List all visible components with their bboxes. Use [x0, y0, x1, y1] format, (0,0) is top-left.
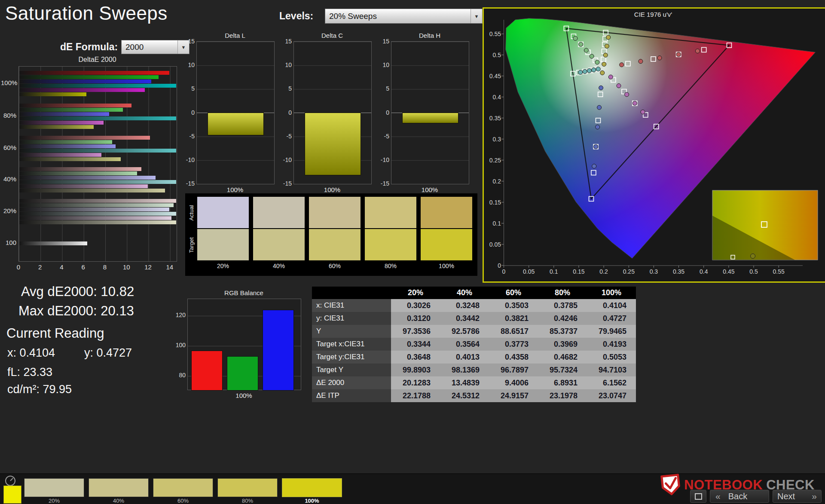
cie-measured-blue [592, 164, 596, 168]
cie-measured-yellow [606, 35, 611, 40]
table-column-header: 40% [440, 287, 489, 299]
cie-y-tick-label: 0.4 [493, 94, 501, 101]
cie-measured-green [573, 36, 578, 40]
cie-measured-red [695, 49, 700, 53]
table-cell: 0.4013 [440, 351, 489, 363]
delta-h-title: Delta H [391, 32, 468, 39]
saturation-tab-100%[interactable]: 100% [282, 478, 342, 504]
delta-y-label: -15 [373, 180, 389, 187]
deltae-bar [19, 241, 87, 245]
cie-x-tick-label: 0.2 [599, 268, 608, 275]
cie-y-tick-label: 0.5 [493, 52, 501, 58]
rgb-bar-red [191, 351, 223, 391]
table-cell: 96.7897 [489, 363, 538, 376]
table-cell: 6.1562 [587, 376, 636, 389]
deltae-x-label: 4 [55, 263, 68, 271]
levels-value: 20% Sweeps [329, 12, 471, 21]
delta-y-label: -5 [373, 133, 389, 140]
table-row-label: ΔE ITP [312, 389, 391, 402]
table-cell: 0.3773 [489, 338, 538, 351]
cie-measured-yellow [602, 62, 606, 66]
deltae-bar [19, 104, 131, 107]
table-cell: 9.4006 [489, 376, 538, 389]
deltae-bar [19, 180, 176, 184]
swatch-columns: 20%40%60%80%100% [197, 197, 472, 269]
deltae-bar-group [19, 136, 176, 161]
delta-y-label: 10 [373, 61, 389, 68]
deltae-y-label: 80% [1, 112, 16, 119]
deltae-bar [19, 157, 121, 161]
current-reading-title: Current Reading [6, 326, 104, 341]
swatch-column-label: 40% [253, 263, 305, 269]
cie-y-tick-label: 0.05 [489, 241, 501, 248]
table-row: Y97.353692.578688.651785.373779.9465 [312, 325, 636, 338]
deltae-x-label: 12 [142, 263, 155, 271]
saturation-tab-40%[interactable]: 40% [89, 478, 149, 504]
swatch-column-label: 20% [197, 263, 249, 269]
delta-c-title: Delta C [293, 32, 371, 39]
delta-c-plot [293, 41, 372, 184]
swatch-column-label: 60% [309, 263, 361, 269]
saturation-tab-60%[interactable]: 60% [153, 478, 213, 504]
cie-measured-red [620, 63, 624, 67]
bottom-tabs: 20%40%60%80%100% [24, 478, 342, 504]
delta-y-label: 0 [373, 109, 389, 116]
cie-x-tick-label: 0.35 [673, 268, 684, 275]
table-cell: 0.3442 [440, 312, 489, 325]
deltae-bar [19, 108, 123, 112]
cie-measured-blue [594, 144, 598, 149]
table-cell: 20.1283 [391, 376, 440, 389]
deltae-bar [19, 189, 165, 192]
deltae-bar [19, 212, 176, 216]
rgb-balance-title: RGB Balance [187, 289, 300, 296]
cie-y-tick-label: 0.35 [489, 115, 501, 122]
tab-label: 40% [89, 498, 149, 504]
tab-label: 80% [217, 498, 278, 504]
saturation-tab-80%[interactable]: 80% [217, 478, 278, 504]
deltae-bar-group [19, 167, 176, 192]
table-cell: 0.4246 [538, 312, 587, 325]
tab-label: 60% [153, 498, 213, 504]
levels-dropdown[interactable]: 20% Sweeps ▼ [325, 9, 483, 24]
deltae-bar [19, 71, 169, 75]
deltae-bar [19, 79, 151, 83]
table-cell: 94.7103 [587, 363, 636, 376]
cie-y-tick-label: 0.1 [493, 220, 501, 227]
saturation-tab-20%[interactable]: 20% [24, 478, 84, 504]
deltae-bar-group [19, 241, 87, 245]
cie-x-tick-label: 0.05 [523, 268, 535, 275]
table-row: Target y:CIE310.36480.40130.43580.46820.… [312, 351, 636, 363]
cie-y-tick-label: 0.3 [493, 136, 501, 143]
delta-y-label: -5 [275, 133, 292, 140]
table-cell: 92.5786 [440, 325, 489, 338]
swatch-column-label: 80% [365, 263, 416, 269]
delta-l-chart: Delta L 100% 151050-5-10-15 [177, 32, 275, 196]
rgb-balance-chart: RGB Balance 100% 12010080 [175, 289, 304, 402]
actual-swatch [365, 197, 416, 228]
cie-measured-blue [597, 105, 602, 110]
swatch-column: 40% [253, 197, 305, 269]
delta-h-x-label: 100% [391, 186, 468, 193]
table-cell: 6.8931 [538, 376, 587, 389]
rgb-bar-green [227, 356, 258, 391]
table-row-label: Target y:CIE31 [312, 351, 391, 363]
delta-c-chart: Delta C 100% 151050-5-10-15 [275, 32, 372, 196]
tab-label: 20% [24, 498, 84, 504]
table-cell: 0.3248 [440, 299, 489, 312]
cie-y-tick-label: 0.55 [489, 31, 501, 37]
delta-y-label: 5 [373, 85, 389, 92]
table-row-label: y: CIE31 [312, 312, 391, 325]
deltae-bar [19, 149, 176, 153]
deltae-y-label: 100 [1, 239, 16, 246]
cie-diagram-panel: 000.050.050.10.10.150.150.20.20.250.250.… [483, 7, 825, 283]
page-title: Saturation Sweeps [5, 3, 168, 24]
levels-label: Levels: [279, 10, 313, 22]
avg-de2000-reading: Avg dE2000: 10.82 [21, 284, 134, 299]
rgb-y-label: 80 [175, 372, 186, 379]
cie-y-tick-label: 0.2 [493, 178, 501, 185]
current-fl-reading: fL: 23.33 [7, 366, 52, 379]
current-color-swatch [3, 486, 21, 504]
delta-h-chart: Delta H 100% 151050-5-10-15 [372, 32, 469, 196]
delta-y-label: 15 [373, 38, 389, 45]
target-swatch [309, 229, 361, 260]
